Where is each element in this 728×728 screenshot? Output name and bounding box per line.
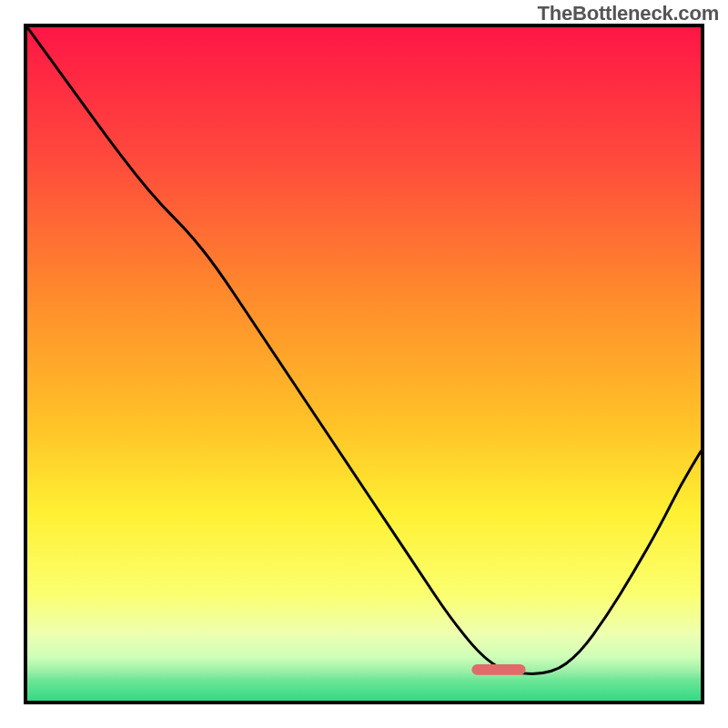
gradient-background	[27, 27, 701, 701]
watermark-label: TheBottleneck.com	[537, 2, 719, 25]
chart-container: TheBottleneck.com	[0, 0, 728, 728]
optimal-marker	[471, 664, 525, 675]
chart-svg	[27, 27, 701, 701]
plot-area	[24, 24, 704, 704]
